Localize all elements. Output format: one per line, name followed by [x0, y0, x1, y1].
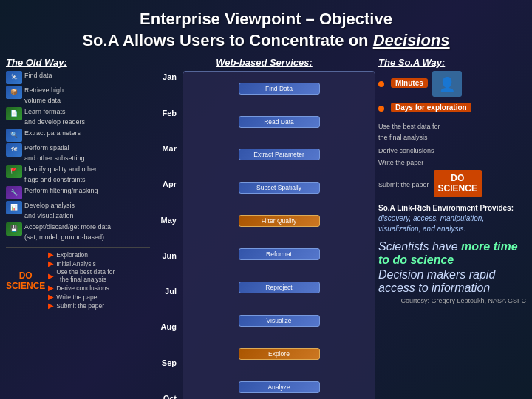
days-row: Days for exploration — [378, 100, 526, 117]
list-item: 🚩 Identify quality and otherflags and co… — [6, 165, 150, 185]
arrow-icon: ▶ — [48, 272, 54, 280]
list-item: 📄 Learn formatsand develop readers — [6, 107, 150, 127]
list-item: 📦 Retrieve highvolume data — [6, 86, 150, 106]
ds-item: ▶ Initial Analysis — [48, 259, 115, 267]
content-area: The Old Way: 🛰 Find data 📦 Retrieve high… — [0, 57, 532, 399]
ds-item: ▶ Derive conclusions — [48, 284, 115, 292]
flags-icon: 🚩 — [6, 165, 22, 178]
timeline-container: Jan Feb Mar Apr May Jun Jul Aug Sep Oct … — [153, 71, 375, 399]
ds-items: ▶ Exploration ▶ Initial Analysis ▶ Use t… — [48, 250, 115, 310]
month-apr: Apr — [153, 180, 180, 188]
download-icon: 📦 — [6, 86, 22, 99]
decision-text: Decision makers rapid access to informat… — [378, 268, 526, 295]
list-item: 💾 Accept/discard/get more data(sat, mode… — [6, 222, 150, 242]
soa-link-title: So.A Link-Rich Environment Provides: — [378, 204, 514, 212]
title-decisions: Decisions — [373, 31, 450, 50]
do-science-row: DO SCIENCE ▶ Exploration ▶ Initial Analy… — [6, 250, 150, 310]
courtesy-text: Courtesy: Gregory Leptoukh, NASA GSFC — [378, 297, 526, 304]
title-section: Enterprise Viewpoint – Objective So.A Al… — [0, 0, 532, 57]
web-services-title: Web-based Services: — [216, 57, 313, 68]
dot-icon — [378, 106, 384, 112]
do-science-box: DO SCIENCE — [434, 170, 482, 197]
science-label: SCIENCE — [6, 281, 45, 291]
month-oct: Oct — [153, 394, 180, 399]
science-box-line2: SCIENCE — [438, 183, 477, 194]
title-line1: Enterprise Viewpoint – Objective — [140, 10, 392, 28]
ds-item: ▶ Use the best data for the final analys… — [48, 268, 115, 283]
data-icon: 💾 — [6, 222, 22, 236]
derive-conclusions-text: Derive conclusions — [378, 146, 526, 156]
submit-paper-text: Submit the paper — [378, 181, 429, 188]
satellite-icon: 🛰 — [6, 71, 22, 84]
minutes-badge: Minutes — [391, 78, 428, 88]
ds-item: ▶ Exploration — [48, 250, 115, 259]
arrow-icon: ▶ — [48, 301, 54, 310]
analysis-icon: 📊 — [6, 201, 22, 214]
services-flow: Find Data Read Data Extract Parameter Su… — [183, 71, 375, 399]
do-science-right: Submit the paper DO SCIENCE — [378, 170, 526, 197]
service-subset-spatially[interactable]: Subset Spatially — [239, 182, 320, 194]
soa-link-body: discovery, access, manipulation, visuali… — [378, 214, 484, 233]
list-item: 🛰 Find data — [6, 71, 150, 84]
month-jun: Jun — [153, 251, 180, 260]
write-paper-text: Write the paper — [378, 157, 526, 168]
arrow-icon: ▶ — [48, 293, 54, 301]
page: Enterprise Viewpoint – Objective So.A Al… — [0, 0, 532, 399]
old-way-title: The Old Way: — [6, 57, 150, 68]
old-way-items: 🛰 Find data 📦 Retrieve highvolume data 📄… — [6, 71, 150, 242]
months-column: Jan Feb Mar Apr May Jun Jul Aug Sep Oct — [153, 71, 180, 399]
month-jan: Jan — [153, 72, 180, 81]
service-filter-quality[interactable]: Filter Quality — [239, 215, 320, 227]
do-science-section: DO SCIENCE ▶ Exploration ▶ Initial Analy… — [6, 247, 150, 310]
arrow-icon: ▶ — [48, 259, 54, 267]
month-sep: Sep — [153, 358, 180, 367]
month-jul: Jul — [153, 287, 180, 296]
use-best-data-text: Use the best data forthe final analysis — [378, 121, 526, 143]
right-column: The So.A Way: Minutes 👤 Days for explora… — [378, 57, 526, 399]
list-item: 📊 Develop analysisand visualization — [6, 201, 150, 221]
month-may: May — [153, 216, 180, 225]
service-analyze[interactable]: Analyze — [239, 381, 320, 393]
spatial-icon: 🗺 — [6, 143, 22, 157]
learn-icon: 📄 — [6, 107, 22, 120]
scientists-text: Scientists have more time to do science — [378, 240, 526, 267]
service-visualize[interactable]: Visualize — [239, 315, 320, 327]
do-box-line1: DO — [438, 173, 477, 183]
arrow-icon: ▶ — [48, 250, 54, 259]
do-label: DO — [19, 270, 33, 281]
service-extract-param[interactable]: Extract Parameter — [239, 149, 320, 160]
list-item: 🔧 Perform filtering/masking — [6, 186, 150, 200]
ds-item: ▶ Submit the paper — [48, 301, 115, 310]
arrow-icon: ▶ — [48, 284, 54, 292]
service-reformat[interactable]: Reformat — [239, 248, 320, 260]
title-line2: So.A Allows Users to Concentrate on — [82, 31, 372, 50]
dot-icon — [378, 81, 384, 87]
minutes-row: Minutes 👤 — [378, 71, 526, 97]
center-column: Web-based Services: Jan Feb Mar Apr May … — [153, 57, 375, 399]
list-item: 🔍 Extract parameters — [6, 129, 150, 142]
person-icon: 👤 — [432, 71, 462, 97]
filter-icon: 🔧 — [6, 186, 22, 200]
days-badge: Days for exploration — [391, 103, 471, 112]
service-read-data[interactable]: Read Data — [239, 116, 320, 128]
soa-link-section: So.A Link-Rich Environment Provides: dis… — [378, 203, 526, 234]
month-feb: Feb — [153, 109, 180, 117]
main-title: Enterprise Viewpoint – Objective So.A Al… — [15, 9, 517, 51]
soa-way-title: The So.A Way: — [378, 57, 526, 68]
month-mar: Mar — [153, 144, 180, 153]
service-explore[interactable]: Explore — [239, 348, 320, 360]
extract-icon: 🔍 — [6, 129, 22, 142]
list-item: 🗺 Perform spatialand other subsetting — [6, 143, 150, 163]
service-reproject[interactable]: Reproject — [239, 282, 320, 293]
left-column: The Old Way: 🛰 Find data 📦 Retrieve high… — [6, 57, 150, 399]
ds-item: ▶ Write the paper — [48, 293, 115, 301]
month-aug: Aug — [153, 322, 180, 331]
service-find-data[interactable]: Find Data — [239, 83, 320, 95]
